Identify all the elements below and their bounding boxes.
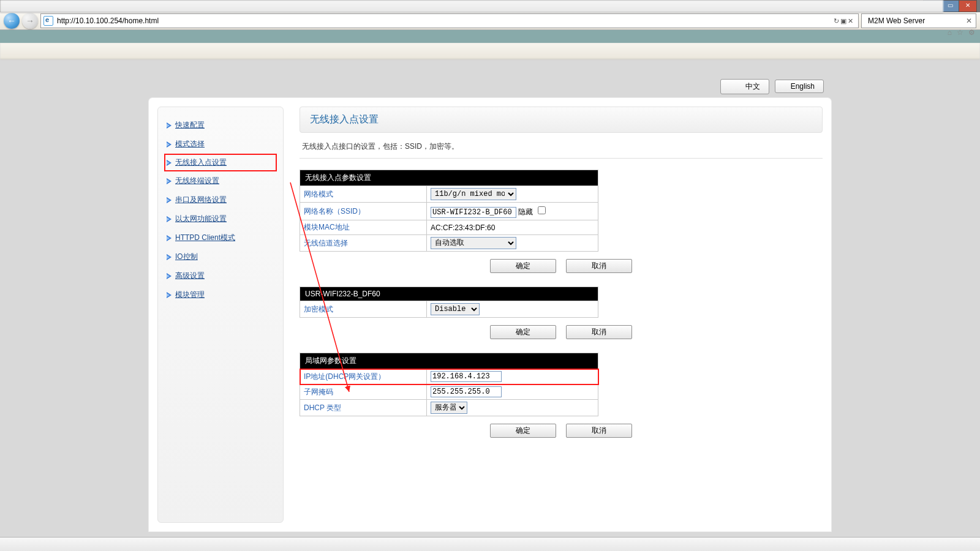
ssid-label: 网络名称（SSID） [300, 203, 427, 220]
encryption-label: 加密模式 [300, 301, 427, 318]
sidebar-item-sta-settings[interactable]: 无线终端设置 [164, 171, 277, 190]
ap-ok-button[interactable]: 确定 [490, 259, 556, 273]
mac-label: 模块MAC地址 [300, 220, 427, 235]
sidebar-item-mode-select[interactable]: 模式选择 [164, 135, 277, 154]
favorites-icon[interactable]: ☆ [957, 28, 963, 37]
arrow-icon [167, 235, 172, 241]
nav-forward-button[interactable]: → [22, 13, 38, 29]
arrow-icon [167, 122, 172, 129]
sidebar-item-io-control[interactable]: IO控制 [164, 247, 277, 266]
arrow-icon [167, 273, 172, 279]
browser-tab[interactable]: M2M Web Server ✕ [861, 13, 976, 28]
lan-cancel-button[interactable]: 取消 [566, 424, 632, 438]
browser-statusbar [0, 537, 980, 551]
sec-cancel-button[interactable]: 取消 [566, 325, 632, 339]
tab-close-icon[interactable]: ✕ [966, 17, 972, 25]
sidebar-item-ethernet[interactable]: 以太网功能设置 [164, 209, 277, 228]
page-title: 无线接入点设置 [310, 113, 812, 126]
window-maximize-button[interactable]: ▭ [941, 0, 959, 12]
ip-input[interactable] [431, 371, 502, 382]
arrow-icon [167, 292, 172, 298]
arrow-icon [167, 216, 172, 222]
url-actions: ↻ ▣ ✕ [831, 17, 856, 25]
lan-ok-button[interactable]: 确定 [490, 424, 556, 438]
arrow-icon [167, 254, 172, 260]
hide-ssid-label: 隐藏 [518, 208, 533, 216]
dhcp-select[interactable]: 服务器 [431, 402, 467, 414]
arrow-icon [167, 178, 172, 184]
hide-ssid-checkbox[interactable] [538, 206, 546, 214]
favorites-bar-blurred [0, 43, 980, 59]
dhcp-label: DHCP 类型 [300, 400, 427, 416]
arrow-icon [167, 141, 172, 148]
lang-en-button[interactable]: English [775, 80, 824, 93]
tab-title: M2M Web Server [868, 17, 925, 25]
mac-value: AC:CF:23:43:DF:60 [427, 220, 598, 235]
ie-page-icon [43, 16, 53, 26]
lan-header: 局域网参数设置 [300, 353, 598, 369]
sidebar: 快速配置 模式选择 无线接入点设置 无线终端设置 串口及网络设置 以太网功能设置… [157, 107, 284, 523]
url-input[interactable] [56, 15, 831, 27]
encryption-select[interactable]: Disable [431, 303, 480, 315]
compat-icon[interactable]: ▣ [840, 17, 846, 25]
menubar-blurred [0, 0, 943, 13]
arrow-icon [167, 160, 172, 166]
arrow-icon [167, 197, 172, 203]
ap-params-header: 无线接入点参数设置 [300, 170, 598, 186]
ip-label: IP地址(DHCP网关设置） [300, 369, 427, 384]
sidebar-item-module-admin[interactable]: 模块管理 [164, 285, 277, 304]
ap-cancel-button[interactable]: 取消 [566, 259, 632, 273]
address-bar[interactable]: ↻ ▣ ✕ [40, 13, 859, 28]
page-title-box: 无线接入点设置 [300, 107, 823, 133]
sidebar-item-quick-config[interactable]: 快速配置 [164, 116, 277, 135]
tools-icon[interactable]: ⚙ [968, 28, 975, 37]
mask-label: 子网掩码 [300, 384, 427, 400]
channel-label: 无线信道选择 [300, 235, 427, 252]
sec-ok-button[interactable]: 确定 [490, 325, 556, 339]
lan-table: 局域网参数设置 IP地址(DHCP网关设置） 子网掩码 DHCP 类型 服务器 [300, 353, 598, 416]
page-description: 无线接入点接口的设置，包括：SSID，加密等。 [302, 141, 823, 152]
mask-input[interactable] [431, 386, 502, 397]
window-close-button[interactable]: ✕ [959, 0, 977, 12]
sidebar-item-advanced[interactable]: 高级设置 [164, 266, 277, 285]
security-table: USR-WIFI232-B_DF60 加密模式 Disable [300, 287, 598, 318]
network-mode-label: 网络模式 [300, 186, 427, 203]
ap-params-table: 无线接入点参数设置 网络模式 11b/g/n mixed mode 网络名称（S… [300, 170, 598, 252]
lang-cn-button[interactable]: 中文 [720, 79, 769, 94]
refresh-icon[interactable]: ↻ [834, 17, 839, 25]
channel-select[interactable]: 自动选取 [431, 237, 516, 249]
stop-icon[interactable]: ✕ [848, 17, 853, 25]
sidebar-item-httpd-client[interactable]: HTTPD Client模式 [164, 228, 277, 247]
ssid-input[interactable] [431, 207, 516, 218]
network-mode-select[interactable]: 11b/g/n mixed mode [431, 188, 516, 200]
security-header: USR-WIFI232-B_DF60 [300, 287, 598, 301]
home-icon[interactable]: ⌂ [948, 28, 952, 37]
nav-back-button[interactable]: ← [4, 13, 20, 29]
sidebar-item-serial-net[interactable]: 串口及网络设置 [164, 190, 277, 209]
sidebar-item-ap-settings[interactable]: 无线接入点设置 [164, 154, 277, 171]
